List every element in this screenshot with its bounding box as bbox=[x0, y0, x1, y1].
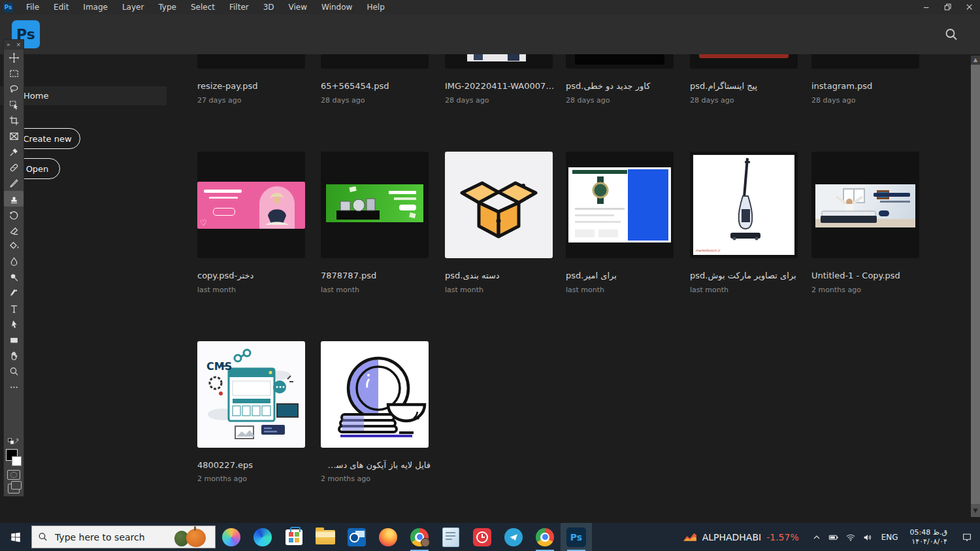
marquee-tool[interactable] bbox=[4, 65, 24, 81]
taskbar-app-edge[interactable] bbox=[247, 523, 278, 551]
sidebar-item-home[interactable]: Home bbox=[0, 86, 167, 105]
lasso-tool[interactable] bbox=[4, 81, 24, 97]
file-card[interactable] bbox=[566, 54, 674, 69]
minimize-button[interactable] bbox=[915, 0, 937, 14]
taskbar-app-store[interactable] bbox=[278, 523, 310, 551]
file-card[interactable] bbox=[690, 54, 798, 69]
color-swatches[interactable] bbox=[5, 449, 22, 466]
recent-files-area: resize-pay.psd27 days ago65+565454.psd28… bbox=[0, 54, 980, 523]
menu-select[interactable]: Select bbox=[184, 0, 222, 14]
file-card[interactable] bbox=[811, 152, 919, 258]
hand-tool[interactable] bbox=[4, 348, 24, 363]
collapse-panel-icon[interactable]: » bbox=[7, 40, 10, 50]
restore-button[interactable] bbox=[937, 0, 958, 14]
create-new-button[interactable]: Create new bbox=[14, 128, 80, 149]
taskbar-app-telegram[interactable] bbox=[498, 523, 529, 551]
eraser-tool[interactable] bbox=[4, 222, 24, 238]
battery-icon[interactable] bbox=[825, 523, 842, 551]
brush-tool[interactable] bbox=[4, 175, 24, 191]
file-card[interactable]: ♡ bbox=[197, 152, 305, 258]
rect-tool[interactable] bbox=[4, 332, 24, 348]
file-card[interactable]: CMS bbox=[197, 341, 305, 448]
history-tool[interactable] bbox=[4, 207, 24, 222]
scroll-down-arrow[interactable]: ▼ bbox=[971, 504, 980, 517]
clock-date[interactable]: 05:48 ق.ظ ۱۴۰۴/۰۸/۰۴ bbox=[904, 528, 954, 546]
taskbar-app-chrome[interactable] bbox=[404, 523, 435, 551]
menu-filter[interactable]: Filter bbox=[222, 0, 256, 14]
menu-3d[interactable]: 3D bbox=[256, 0, 282, 14]
taskbar-right: ALPHADHABI -1.57% ENG 05:48 ق.ظ ۱۴۰۴/۰۸/… bbox=[674, 523, 980, 551]
wifi-icon[interactable] bbox=[842, 523, 859, 551]
pen-tool[interactable] bbox=[4, 285, 24, 301]
menu-layer[interactable]: Layer bbox=[115, 0, 151, 14]
start-button[interactable] bbox=[0, 523, 31, 551]
dodge-tool[interactable] bbox=[4, 269, 24, 285]
file-modified-time: 27 days ago bbox=[197, 96, 305, 105]
file-card[interactable] bbox=[445, 54, 553, 69]
tools-panel: » × bbox=[3, 39, 24, 497]
scrollbar-thumb[interactable] bbox=[971, 65, 980, 504]
bucket-tool[interactable] bbox=[4, 238, 24, 254]
taskbar-app-clock-app[interactable] bbox=[466, 523, 498, 551]
menu-help[interactable]: Help bbox=[359, 0, 391, 14]
objsel-tool[interactable] bbox=[4, 97, 24, 112]
menu-type[interactable]: Type bbox=[151, 0, 184, 14]
menu-window[interactable]: Window bbox=[314, 0, 359, 14]
file-card[interactable] bbox=[321, 152, 429, 258]
default-swap-colors-icon[interactable] bbox=[7, 437, 20, 445]
volume-icon[interactable] bbox=[859, 523, 876, 551]
frame-tool[interactable] bbox=[4, 128, 24, 144]
close-panel-icon[interactable]: × bbox=[16, 40, 21, 50]
screen-mode-button[interactable] bbox=[8, 484, 20, 493]
language-indicator[interactable]: ENG bbox=[876, 533, 904, 542]
file-card[interactable] bbox=[321, 54, 429, 69]
search-icon[interactable] bbox=[943, 27, 959, 42]
taskbar-app-firefox[interactable] bbox=[372, 523, 404, 551]
heal-tool[interactable] bbox=[4, 159, 24, 175]
file-card[interactable] bbox=[321, 341, 429, 448]
taskbar-app-file-explorer[interactable] bbox=[310, 523, 341, 551]
taskbar-app-photoshop[interactable]: Ps bbox=[561, 523, 592, 551]
file-name: پیج اینستاگرام.psd bbox=[690, 81, 800, 91]
file-card[interactable] bbox=[566, 152, 674, 258]
move-tool[interactable] bbox=[4, 50, 24, 65]
file-modified-time: 2 months ago bbox=[321, 475, 429, 483]
menu-view[interactable]: View bbox=[282, 0, 314, 14]
type-tool[interactable] bbox=[4, 301, 24, 316]
taskbar-app-copilot[interactable] bbox=[216, 523, 247, 551]
menu-edit[interactable]: Edit bbox=[46, 0, 76, 14]
file-card[interactable] bbox=[811, 54, 919, 69]
background-color-swatch[interactable] bbox=[12, 456, 22, 466]
taskbar-app-chrome-2[interactable] bbox=[529, 523, 561, 551]
menu-file[interactable]: File bbox=[19, 0, 46, 14]
more-tool[interactable] bbox=[4, 379, 24, 395]
vertical-scrollbar[interactable]: ▲ ▼ bbox=[971, 56, 980, 517]
taskbar-app-notepad[interactable] bbox=[435, 523, 466, 551]
quick-mask-button[interactable] bbox=[7, 470, 20, 480]
taskbar-app-outlook[interactable] bbox=[341, 523, 372, 551]
file-card[interactable]: marketbosch.ir bbox=[690, 152, 798, 258]
file-name: 4800227.eps bbox=[197, 460, 307, 470]
file-modified-time: last month bbox=[445, 286, 553, 294]
file-name: IMG-20220411-WA0007.jpg bbox=[445, 81, 555, 91]
eyedrop-tool[interactable] bbox=[4, 144, 24, 159]
photoshop-app-icon: Ps bbox=[3, 3, 13, 12]
stamp-tool[interactable] bbox=[4, 191, 24, 207]
pathsel-tool[interactable] bbox=[4, 316, 24, 332]
windows-logo-icon bbox=[10, 531, 22, 543]
menu-image[interactable]: Image bbox=[76, 0, 115, 14]
stocks-widget[interactable]: ALPHADHABI -1.57% bbox=[674, 523, 808, 551]
file-card[interactable] bbox=[445, 152, 553, 258]
scroll-up-arrow[interactable]: ▲ bbox=[971, 56, 980, 65]
close-button[interactable] bbox=[958, 0, 980, 14]
file-modified-time: last month bbox=[566, 286, 674, 294]
drop-tool[interactable] bbox=[4, 254, 24, 269]
crop-tool[interactable] bbox=[4, 112, 24, 128]
hidden-icons-chevron[interactable] bbox=[808, 523, 825, 551]
tools-panel-header: » × bbox=[4, 40, 24, 50]
file-card[interactable] bbox=[197, 54, 305, 69]
taskbar-search-box[interactable]: Type here to search bbox=[31, 526, 216, 548]
action-center-icon[interactable] bbox=[954, 523, 980, 551]
zoom-tool[interactable] bbox=[4, 363, 24, 379]
file-name: instagram.psd bbox=[811, 81, 921, 91]
